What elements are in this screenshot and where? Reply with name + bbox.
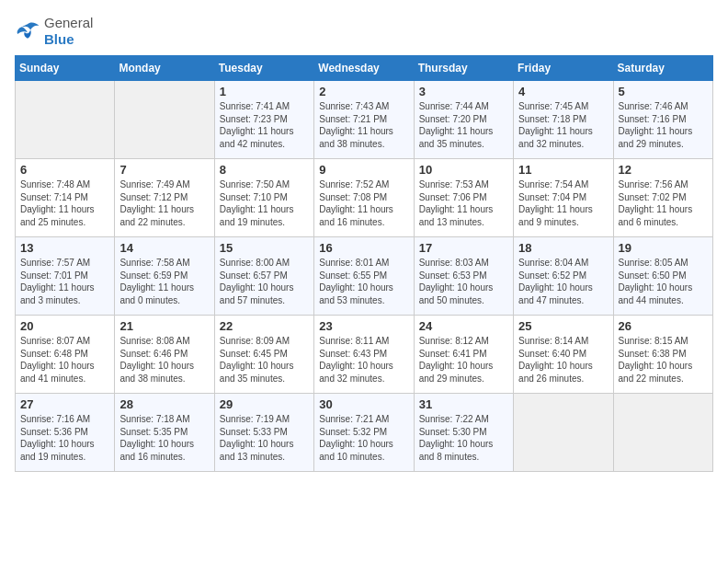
day-number: 12 [619,163,708,177]
sunrise-text: Sunrise: 8:14 AM [518,335,608,348]
sunrise-text: Sunrise: 8:04 AM [518,257,608,270]
day-number: 7 [119,163,209,177]
day-number: 30 [319,397,408,411]
daylight-text: Daylight: 10 hours and 16 minutes. [119,438,209,463]
day-number: 22 [220,319,309,333]
daylight-text: Daylight: 11 hours and 3 minutes. [20,282,109,306]
day-info: Sunrise: 8:09 AM Sunset: 6:45 PM Dayligh… [220,335,309,385]
daylight-text: Daylight: 10 hours and 44 minutes. [619,282,708,306]
day-info: Sunrise: 7:53 AM Sunset: 7:06 PM Dayligh… [419,178,508,228]
day-number: 20 [20,319,109,333]
calendar-cell: 5 Sunrise: 7:46 AM Sunset: 7:16 PM Dayli… [613,81,712,159]
header-day-friday: Friday [514,56,613,81]
daylight-text: Daylight: 10 hours and 8 minutes. [419,438,508,463]
sunrise-text: Sunrise: 8:01 AM [319,257,408,270]
sunrise-text: Sunrise: 7:57 AM [20,257,109,270]
calendar-cell: 19 Sunrise: 8:05 AM Sunset: 6:50 PM Dayl… [613,237,712,316]
daylight-text: Daylight: 11 hours and 38 minutes. [319,125,408,150]
logo: General Blue [15,15,93,48]
sunrise-text: Sunrise: 7:18 AM [119,413,209,426]
sunrise-text: Sunrise: 8:12 AM [419,335,508,348]
sunset-text: Sunset: 7:16 PM [619,113,708,126]
header-day-monday: Monday [115,56,214,81]
daylight-text: Daylight: 11 hours and 13 minutes. [419,203,508,228]
logo-bird-icon [15,21,40,41]
day-info: Sunrise: 8:01 AM Sunset: 6:55 PM Dayligh… [319,257,408,306]
day-number: 14 [119,241,209,255]
sunset-text: Sunset: 6:55 PM [319,270,408,282]
day-number: 18 [518,241,608,255]
sunrise-text: Sunrise: 7:22 AM [419,413,508,426]
daylight-text: Daylight: 10 hours and 10 minutes. [319,438,408,463]
sunset-text: Sunset: 6:40 PM [518,348,608,361]
calendar-cell: 6 Sunrise: 7:48 AM Sunset: 7:14 PM Dayli… [16,159,115,237]
day-info: Sunrise: 7:54 AM Sunset: 7:04 PM Dayligh… [518,178,608,228]
sunrise-text: Sunrise: 7:52 AM [319,178,408,191]
daylight-text: Daylight: 10 hours and 22 minutes. [619,360,708,385]
calendar-cell: 24 Sunrise: 8:12 AM Sunset: 6:41 PM Dayl… [414,316,513,394]
logo-general: General [44,15,93,30]
sunset-text: Sunset: 7:12 PM [119,191,209,204]
day-info: Sunrise: 8:11 AM Sunset: 6:43 PM Dayligh… [319,335,408,385]
sunset-text: Sunset: 6:48 PM [20,348,109,361]
calendar-cell: 2 Sunrise: 7:43 AM Sunset: 7:21 PM Dayli… [314,81,414,159]
day-number: 9 [319,163,408,177]
calendar-cell: 23 Sunrise: 8:11 AM Sunset: 6:43 PM Dayl… [314,316,414,394]
sunset-text: Sunset: 6:57 PM [220,270,309,282]
sunrise-text: Sunrise: 7:53 AM [419,178,508,191]
day-info: Sunrise: 8:12 AM Sunset: 6:41 PM Dayligh… [419,335,508,385]
sunset-text: Sunset: 5:35 PM [119,426,209,439]
sunrise-text: Sunrise: 7:46 AM [619,100,708,113]
day-info: Sunrise: 7:46 AM Sunset: 7:16 PM Dayligh… [619,100,708,150]
calendar-cell: 25 Sunrise: 8:14 AM Sunset: 6:40 PM Dayl… [514,316,613,394]
calendar-cell [16,81,115,159]
day-info: Sunrise: 8:08 AM Sunset: 6:46 PM Dayligh… [119,335,209,385]
sunrise-text: Sunrise: 8:09 AM [220,335,309,348]
day-info: Sunrise: 8:00 AM Sunset: 6:57 PM Dayligh… [220,257,309,306]
calendar-week-row: 13 Sunrise: 7:57 AM Sunset: 7:01 PM Dayl… [16,237,713,316]
day-info: Sunrise: 7:21 AM Sunset: 5:32 PM Dayligh… [319,413,408,463]
header-day-saturday: Saturday [613,56,712,81]
calendar-cell: 7 Sunrise: 7:49 AM Sunset: 7:12 PM Dayli… [115,159,214,237]
sunrise-text: Sunrise: 8:08 AM [119,335,209,348]
sunrise-text: Sunrise: 8:05 AM [619,257,708,270]
sunset-text: Sunset: 7:01 PM [20,270,109,282]
sunrise-text: Sunrise: 8:11 AM [319,335,408,348]
calendar-cell: 21 Sunrise: 8:08 AM Sunset: 6:46 PM Dayl… [115,316,214,394]
sunrise-text: Sunrise: 8:03 AM [419,257,508,270]
calendar-week-row: 20 Sunrise: 8:07 AM Sunset: 6:48 PM Dayl… [16,316,713,394]
day-number: 24 [419,319,508,333]
calendar-cell: 9 Sunrise: 7:52 AM Sunset: 7:08 PM Dayli… [314,159,414,237]
sunset-text: Sunset: 6:46 PM [119,348,209,361]
day-number: 10 [419,163,508,177]
sunrise-text: Sunrise: 8:00 AM [220,257,309,270]
calendar-cell: 22 Sunrise: 8:09 AM Sunset: 6:45 PM Dayl… [214,316,313,394]
calendar-cell: 8 Sunrise: 7:50 AM Sunset: 7:10 PM Dayli… [214,159,313,237]
calendar-cell: 27 Sunrise: 7:16 AM Sunset: 5:36 PM Dayl… [16,394,115,472]
daylight-text: Daylight: 11 hours and 9 minutes. [518,203,608,228]
sunset-text: Sunset: 6:53 PM [419,270,508,282]
sunrise-text: Sunrise: 7:56 AM [619,178,708,191]
day-info: Sunrise: 7:45 AM Sunset: 7:18 PM Dayligh… [518,100,608,150]
sunset-text: Sunset: 7:02 PM [619,191,708,204]
calendar-week-row: 1 Sunrise: 7:41 AM Sunset: 7:23 PM Dayli… [16,81,713,159]
daylight-text: Daylight: 11 hours and 22 minutes. [119,203,209,228]
day-number: 26 [619,319,708,333]
calendar-cell: 26 Sunrise: 8:15 AM Sunset: 6:38 PM Dayl… [613,316,712,394]
sunrise-text: Sunrise: 7:45 AM [518,100,608,113]
daylight-text: Daylight: 10 hours and 50 minutes. [419,282,508,306]
daylight-text: Daylight: 10 hours and 41 minutes. [20,360,109,385]
day-number: 17 [419,241,508,255]
day-info: Sunrise: 8:15 AM Sunset: 6:38 PM Dayligh… [619,335,708,385]
sunrise-text: Sunrise: 7:49 AM [119,178,209,191]
calendar-cell: 20 Sunrise: 8:07 AM Sunset: 6:48 PM Dayl… [16,316,115,394]
day-info: Sunrise: 7:52 AM Sunset: 7:08 PM Dayligh… [319,178,408,228]
calendar-cell: 13 Sunrise: 7:57 AM Sunset: 7:01 PM Dayl… [16,237,115,316]
sunset-text: Sunset: 7:20 PM [419,113,508,126]
sunset-text: Sunset: 6:59 PM [119,270,209,282]
daylight-text: Daylight: 10 hours and 35 minutes. [220,360,309,385]
day-number: 23 [319,319,408,333]
sunset-text: Sunset: 5:33 PM [220,426,309,439]
sunset-text: Sunset: 7:08 PM [319,191,408,204]
sunrise-text: Sunrise: 7:21 AM [319,413,408,426]
